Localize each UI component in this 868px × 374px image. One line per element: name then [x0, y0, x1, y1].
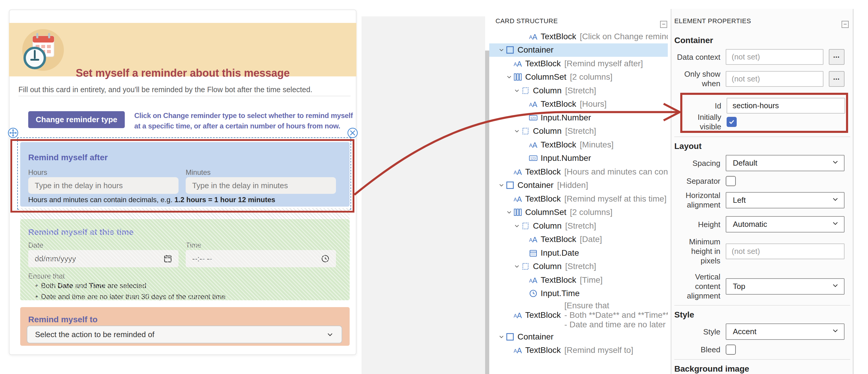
textblock-icon: AA [528, 140, 538, 149]
tree-row-column[interactable]: Column[Stretch] [489, 124, 668, 138]
delete-element-icon[interactable] [347, 127, 358, 139]
tree-row-textblock[interactable]: AATextBlock[Hours] [489, 97, 668, 111]
svg-text:A: A [517, 311, 522, 320]
tree-node-type: ColumnSet [525, 72, 566, 82]
tree-row-textblock[interactable]: AATextBlock[Click on Change reminder typ… [489, 30, 668, 44]
tree-node-type: TextBlock [540, 140, 576, 149]
column-icon [521, 86, 530, 95]
input-number-icon: 123 [528, 154, 538, 163]
time-input[interactable]: --:-- -- [186, 250, 336, 267]
section-time-container: Remind myself at this time Date Time dd/… [20, 219, 350, 300]
tree-row-textblock[interactable]: AATextBlock[Hours and minutes can contai… [489, 165, 668, 179]
chevron-down-icon[interactable] [513, 87, 521, 94]
property-row: Idsection-hours [683, 98, 845, 114]
selected-value: Accent [733, 327, 756, 336]
property-select-height[interactable]: Automatic [726, 216, 844, 232]
tree-row-input-number[interactable]: 123Input.Number [489, 152, 668, 165]
property-row: Initially visible [683, 117, 845, 127]
property-input-only-show-when[interactable]: (not set) [726, 71, 824, 87]
chevron-down-icon[interactable] [498, 182, 505, 189]
properties-section-heading: Layout [674, 141, 850, 151]
section-action-container: Remind myself to Select the action to be… [20, 307, 350, 346]
change-reminder-type-button[interactable]: Change reminder type [28, 111, 125, 128]
tree-row-column[interactable]: Column[Stretch] [489, 260, 668, 274]
tree-node-type: TextBlock [525, 194, 561, 204]
move-handle-icon[interactable] [7, 127, 19, 139]
property-input-data-context[interactable]: (not set) [726, 49, 824, 65]
container-icon [505, 46, 515, 54]
collapse-properties-panel-button[interactable]: − [842, 21, 849, 28]
tree-node-annotation: [Date] [580, 235, 602, 244]
tree-row-textblock[interactable]: AATextBlock[Remind myself to] [489, 344, 668, 357]
input-date-icon [528, 249, 538, 257]
tree-row-column[interactable]: Column[Stretch] [489, 84, 668, 97]
chevron-down-icon[interactable] [505, 74, 513, 80]
tree-row-column[interactable]: Column[Stretch] [489, 219, 668, 233]
input-time-icon [528, 289, 538, 298]
checkbox-initially-visible[interactable] [726, 117, 737, 127]
tree-row-input-time[interactable]: Input.Time [489, 287, 668, 300]
tree-row-textblock[interactable]: AATextBlock[Time] [489, 273, 668, 287]
ensure-bullet-list: •Both Date and Time are selected •Date a… [32, 282, 226, 300]
tree-row-textblock[interactable]: AATextBlock[Ensure that- Both **Date** a… [489, 300, 668, 330]
tree-row-container[interactable]: Container [489, 330, 668, 344]
tree-node-type: TextBlock [525, 345, 561, 355]
collapse-tree-panel-button[interactable]: − [660, 21, 667, 28]
tree-node-type: Input.Number [540, 113, 591, 122]
chevron-down-icon[interactable] [505, 209, 513, 215]
vertical-scrollbar[interactable] [485, 51, 489, 374]
textblock-icon: AA [528, 32, 538, 41]
tree-node-annotation: [Stretch] [565, 221, 596, 231]
chevron-down-icon[interactable] [513, 223, 521, 229]
property-select-style[interactable]: Accent [726, 323, 844, 340]
tree-node-annotation: [2 columns] [570, 207, 613, 217]
tree-row-columnset[interactable]: ColumnSet[2 columns] [489, 206, 668, 220]
selected-value: Left [733, 196, 746, 205]
tree-row-input-number[interactable]: 123Input.Number [489, 111, 668, 124]
tree-row-textblock[interactable]: AATextBlock[Remind myself after] [489, 57, 668, 70]
properties-form: ContainerData context(not set)•••Only sh… [674, 31, 850, 374]
tree-node-type: TextBlock [525, 59, 561, 68]
tree-node-annotation: [Click on Change reminder type to select… [580, 32, 668, 41]
tree-row-textblock[interactable]: AATextBlock[Remind myself at this time] [489, 192, 668, 206]
date-input[interactable]: dd/mm/yyyy [28, 250, 179, 267]
bullet-item: •Both Date and Time are selected [32, 282, 226, 290]
property-input-minimum-height-in-pixels[interactable]: (not set) [726, 243, 844, 259]
chevron-down-icon[interactable] [513, 128, 521, 134]
property-row: HeightAutomatic [674, 216, 850, 232]
tree-row-textblock[interactable]: AATextBlock[Minutes] [489, 138, 668, 152]
card-structure-header: CARD STRUCTURE [495, 17, 558, 25]
time-label: Time [186, 241, 201, 250]
property-row: Minimum height in pixels(not set) [674, 237, 850, 265]
checkbox-bleed[interactable] [726, 345, 736, 355]
property-label: Initially visible [683, 112, 721, 132]
textblock-icon: AA [513, 195, 523, 203]
tree-row-columnset[interactable]: ColumnSet[2 columns] [489, 70, 668, 84]
designer-canvas-background [362, 16, 485, 374]
chevron-down-icon[interactable] [498, 334, 505, 340]
property-label: Height [674, 220, 720, 229]
property-select-vertical-content-alignment[interactable]: Top [726, 278, 844, 295]
tree-node-annotation: [Ensure that- Both **Date** and **Time**… [564, 301, 668, 329]
tree-row-input-date[interactable]: Input.Date [489, 246, 668, 260]
tree-node-type: Container [518, 332, 553, 342]
property-select-spacing[interactable]: Default [726, 155, 844, 171]
property-select-horizontal-alignment[interactable]: Left [726, 192, 844, 208]
card-structure-tree: AATextBlock[Click on Change reminder typ… [489, 30, 668, 374]
ellipsis-button[interactable]: ••• [829, 49, 844, 65]
tree-row-textblock[interactable]: AATextBlock[Date] [489, 233, 668, 247]
chevron-down-icon[interactable] [498, 47, 505, 53]
chevron-down-icon[interactable] [513, 263, 521, 270]
svg-text:123: 123 [530, 157, 536, 160]
property-input-id[interactable]: section-hours [726, 98, 845, 114]
checkbox-separator[interactable] [726, 176, 736, 186]
svg-text:A: A [517, 168, 522, 176]
container-icon [505, 181, 515, 190]
property-row: StyleAccent [674, 323, 850, 340]
tree-row-container[interactable]: Container [489, 44, 668, 57]
ellipsis-button[interactable]: ••• [829, 71, 844, 87]
properties-section-heading: Container [674, 35, 850, 46]
action-select[interactable]: Select the action to be reminded of [27, 325, 342, 343]
chevron-down-icon [832, 282, 839, 291]
tree-row-container[interactable]: Container[Hidden] [489, 179, 668, 192]
